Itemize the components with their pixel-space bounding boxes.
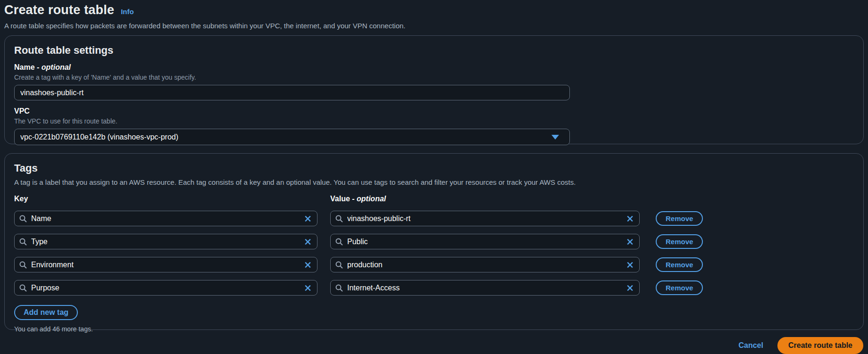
form-actions: Cancel Create route table (4, 337, 864, 354)
tag-value-input[interactable] (347, 284, 622, 292)
vpc-selected-value: vpc-0221b0769110e142b (vinashoes-vpc-pro… (20, 133, 178, 141)
name-label: Name - optional (14, 63, 854, 72)
tag-value-field[interactable] (330, 257, 640, 272)
search-icon (19, 284, 27, 292)
tags-grid: Key Value - optional Remove (14, 195, 854, 296)
tag-value-input[interactable] (347, 214, 622, 223)
page-header: Create route table Info A route table sp… (4, 2, 864, 30)
remove-tag-button[interactable]: Remove (656, 211, 703, 226)
info-link[interactable]: Info (121, 8, 134, 16)
remove-tag-button[interactable]: Remove (656, 234, 703, 249)
tag-key-field[interactable] (14, 257, 317, 272)
clear-icon[interactable] (303, 283, 313, 293)
clear-icon[interactable] (303, 214, 313, 223)
tags-description: A tag is a label that you assign to an A… (14, 178, 854, 186)
tag-value-field[interactable] (330, 280, 640, 296)
vpc-help-text: The VPC to use for this route table. (14, 117, 854, 125)
vpc-select[interactable]: vpc-0221b0769110e142b (vinashoes-vpc-pro… (14, 129, 570, 145)
tag-value-input[interactable] (347, 238, 622, 246)
clear-icon[interactable] (625, 214, 635, 223)
page-description: A route table specifies how packets are … (4, 22, 864, 30)
tag-key-input[interactable] (31, 284, 300, 292)
chevron-down-icon (551, 135, 559, 140)
clear-icon[interactable] (625, 237, 635, 247)
page-title: Create route table (4, 3, 114, 17)
add-new-tag-button[interactable]: Add new tag (14, 305, 78, 320)
clear-icon[interactable] (303, 237, 313, 247)
search-icon (335, 215, 343, 222)
tag-value-input[interactable] (347, 261, 622, 269)
value-column-header: Value - optional (330, 195, 640, 203)
tag-key-field[interactable] (14, 211, 317, 226)
remove-tag-button[interactable]: Remove (656, 257, 703, 272)
create-route-table-page: Create route table Info A route table sp… (0, 0, 868, 354)
search-icon (19, 238, 27, 246)
search-icon (335, 238, 343, 246)
tag-key-field[interactable] (14, 280, 317, 296)
cancel-button[interactable]: Cancel (736, 338, 765, 353)
tag-key-input[interactable] (31, 238, 300, 246)
route-table-settings-card: Route table settings Name - optional Cre… (4, 35, 864, 144)
name-optional-suffix: - optional (37, 63, 71, 71)
clear-icon[interactable] (625, 283, 635, 293)
tag-key-field[interactable] (14, 234, 317, 249)
tag-key-input[interactable] (31, 261, 300, 269)
tag-value-field[interactable] (330, 234, 640, 249)
name-input[interactable] (14, 85, 570, 100)
vpc-label: VPC (14, 107, 854, 115)
search-icon (335, 284, 343, 292)
tags-card: Tags A tag is a label that you assign to… (4, 153, 864, 330)
create-route-table-button[interactable]: Create route table (777, 337, 863, 354)
clear-icon[interactable] (303, 260, 313, 270)
clear-icon[interactable] (625, 260, 635, 270)
search-icon (335, 261, 343, 269)
tags-heading: Tags (14, 162, 854, 174)
tag-value-field[interactable] (330, 211, 640, 226)
tag-key-input[interactable] (31, 214, 300, 223)
search-icon (19, 261, 27, 269)
tags-remaining-text: You can add 46 more tags. (14, 325, 854, 333)
search-icon (19, 215, 27, 222)
value-optional-suffix: - optional (352, 195, 386, 203)
name-help-text: Create a tag with a key of 'Name' and a … (14, 74, 854, 81)
remove-tag-button[interactable]: Remove (656, 280, 703, 295)
key-column-header: Key (14, 195, 317, 203)
settings-heading: Route table settings (14, 44, 854, 57)
title-row: Create route table Info (4, 3, 864, 17)
